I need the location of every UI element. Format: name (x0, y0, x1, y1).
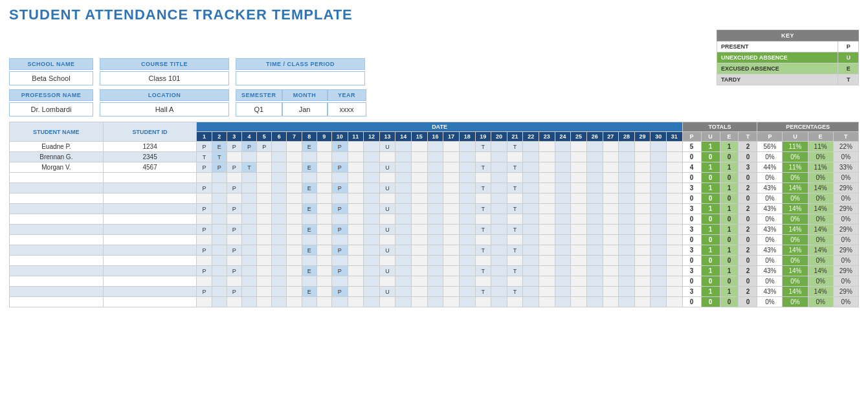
day-cell[interactable] (586, 204, 603, 214)
day-cell[interactable] (443, 276, 460, 287)
day-cell[interactable] (395, 266, 412, 276)
day-cell[interactable] (227, 256, 241, 266)
day-cell[interactable] (257, 225, 272, 235)
student-name-cell[interactable] (10, 245, 104, 256)
course-title-value[interactable]: Class 101 (100, 71, 229, 85)
day-cell[interactable] (287, 152, 302, 162)
day-cell[interactable] (491, 173, 507, 183)
student-name-cell[interactable] (10, 204, 104, 214)
day-cell[interactable]: P (197, 287, 212, 297)
day-cell[interactable] (395, 245, 412, 256)
day-cell[interactable]: E (302, 287, 317, 297)
day-cell[interactable] (539, 183, 555, 193)
day-cell[interactable] (395, 235, 412, 245)
day-cell[interactable] (257, 245, 272, 256)
day-cell[interactable] (302, 193, 317, 204)
day-cell[interactable] (507, 256, 523, 266)
day-cell[interactable] (555, 266, 571, 276)
day-cell[interactable]: U (379, 142, 395, 152)
day-cell[interactable] (603, 193, 619, 204)
day-cell[interactable] (491, 225, 507, 235)
day-cell[interactable] (555, 235, 571, 245)
day-cell[interactable] (331, 276, 348, 287)
day-cell[interactable] (395, 152, 412, 162)
day-cell[interactable] (539, 225, 555, 235)
day-cell[interactable] (651, 245, 667, 256)
table-row[interactable]: 00000%0%0%0% (10, 173, 859, 183)
day-cell[interactable] (523, 183, 539, 193)
day-cell[interactable] (571, 256, 587, 266)
day-cell[interactable] (651, 162, 667, 173)
day-cell[interactable]: E (302, 204, 317, 214)
day-cell[interactable] (523, 142, 539, 152)
day-cell[interactable] (667, 297, 683, 307)
day-cell[interactable] (586, 287, 603, 297)
day-cell[interactable] (555, 162, 571, 173)
location-value[interactable]: Hall A (100, 102, 229, 116)
day-cell[interactable] (364, 245, 380, 256)
student-name-cell[interactable] (10, 266, 104, 276)
day-cell[interactable] (317, 245, 331, 256)
table-row[interactable]: 00000%0%0%0% (10, 235, 859, 245)
day-cell[interactable] (331, 193, 348, 204)
day-cell[interactable] (586, 173, 603, 183)
day-cell[interactable] (571, 297, 587, 307)
day-cell[interactable] (634, 162, 651, 173)
day-cell[interactable]: P (197, 183, 212, 193)
day-cell[interactable] (603, 142, 619, 152)
day-cell[interactable] (272, 256, 287, 266)
day-cell[interactable] (443, 142, 460, 152)
day-cell[interactable] (272, 142, 287, 152)
day-cell[interactable]: U (379, 183, 395, 193)
day-cell[interactable] (586, 256, 603, 266)
day-cell[interactable] (667, 256, 683, 266)
student-id-cell[interactable]: 4567 (103, 162, 197, 173)
day-cell[interactable] (257, 173, 272, 183)
day-cell[interactable] (241, 297, 256, 307)
day-cell[interactable] (539, 214, 555, 225)
day-cell[interactable] (443, 225, 460, 235)
day-cell[interactable] (475, 256, 491, 266)
day-cell[interactable] (651, 204, 667, 214)
day-cell[interactable] (317, 214, 331, 225)
day-cell[interactable] (459, 245, 475, 256)
day-cell[interactable] (539, 173, 555, 183)
day-cell[interactable] (443, 193, 460, 204)
day-cell[interactable] (634, 183, 651, 193)
day-cell[interactable] (555, 276, 571, 287)
day-cell[interactable] (317, 183, 331, 193)
day-cell[interactable] (379, 152, 395, 162)
day-cell[interactable] (634, 152, 651, 162)
day-cell[interactable] (443, 297, 460, 307)
day-cell[interactable]: P (227, 204, 241, 214)
day-cell[interactable] (555, 193, 571, 204)
day-cell[interactable] (651, 214, 667, 225)
day-cell[interactable] (619, 152, 635, 162)
day-cell[interactable]: P (197, 142, 212, 152)
day-cell[interactable] (197, 235, 212, 245)
day-cell[interactable]: T (507, 287, 523, 297)
day-cell[interactable] (523, 193, 539, 204)
day-cell[interactable] (348, 287, 364, 297)
day-cell[interactable] (348, 142, 364, 152)
day-cell[interactable] (364, 276, 380, 287)
day-cell[interactable]: T (241, 162, 256, 173)
day-cell[interactable]: P (257, 142, 272, 152)
day-cell[interactable]: P (331, 204, 348, 214)
day-cell[interactable] (348, 204, 364, 214)
day-cell[interactable] (571, 193, 587, 204)
student-id-cell[interactable] (103, 173, 197, 183)
day-cell[interactable] (619, 297, 635, 307)
day-cell[interactable] (241, 256, 256, 266)
day-cell[interactable] (317, 193, 331, 204)
day-cell[interactable] (586, 142, 603, 152)
day-cell[interactable] (634, 235, 651, 245)
day-cell[interactable] (603, 152, 619, 162)
year-value[interactable]: xxxx (328, 102, 366, 116)
day-cell[interactable]: U (379, 225, 395, 235)
day-cell[interactable] (257, 162, 272, 173)
student-id-cell[interactable] (103, 214, 197, 225)
day-cell[interactable] (459, 266, 475, 276)
day-cell[interactable] (287, 245, 302, 256)
day-cell[interactable] (379, 235, 395, 245)
